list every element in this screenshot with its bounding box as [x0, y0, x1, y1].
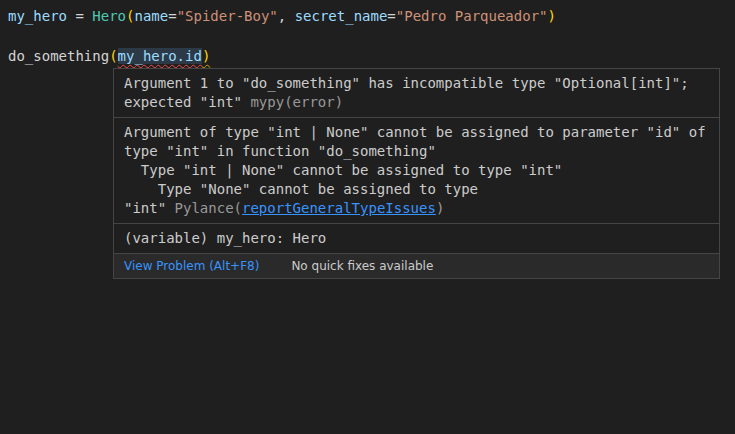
- tooltip-text-line: Type "int | None" cannot be assigned to …: [124, 161, 709, 180]
- pylance-rule-link[interactable]: reportGeneralTypeIssues: [242, 200, 436, 216]
- tooltip-text-line: expected "int" mypy(error): [124, 93, 709, 112]
- code-line[interactable]: my_hero = Hero(name="Spider-Boy", secret…: [8, 6, 556, 26]
- diagnostic-text: Argument 1 to "do_something" has incompa…: [124, 75, 689, 91]
- code-token[interactable]: Hero: [92, 8, 126, 24]
- code-token[interactable]: do_something: [8, 48, 109, 64]
- code-line[interactable]: do_something(my_hero.id): [8, 46, 556, 66]
- code-token[interactable]: =: [387, 8, 395, 24]
- tooltip-status-bar: View Problem (Alt+F8) No quick fixes ava…: [114, 254, 719, 278]
- code-token-warning-squiggle[interactable]: ): [202, 48, 210, 64]
- code-token[interactable]: secret_name: [295, 8, 388, 24]
- code-token[interactable]: "Pedro Parqueador": [396, 8, 548, 24]
- diagnostic-text: Type "None" cannot be assigned to type: [124, 181, 478, 197]
- diagnostic-text: "int": [124, 200, 175, 216]
- code-line[interactable]: [8, 26, 556, 46]
- tooltip-text-line: Type "None" cannot be assigned to type: [124, 180, 709, 199]
- code-token[interactable]: =: [67, 8, 92, 24]
- code-token[interactable]: (: [109, 48, 117, 64]
- diagnostic-source-label: Pylance(: [175, 200, 242, 216]
- tooltip-text-line: "int" Pylance(reportGeneralTypeIssues): [124, 199, 709, 218]
- code-token[interactable]: ,: [278, 8, 295, 24]
- diagnostic-source-label: ): [436, 200, 444, 216]
- view-problem-link[interactable]: View Problem (Alt+F8): [124, 259, 259, 273]
- diagnostic-text: Argument of type "int | None" cannot be …: [124, 124, 706, 140]
- tooltip-text-line: Argument of type "int | None" cannot be …: [124, 123, 709, 142]
- code-token[interactable]: my_hero: [8, 8, 67, 24]
- code-token-error-highlight[interactable]: my_hero.id: [118, 48, 202, 64]
- diagnostic-mypy: Argument 1 to "do_something" has incompa…: [114, 69, 719, 118]
- variable-info: (variable) my_hero: Hero: [114, 224, 719, 254]
- diagnostic-text: expected "int": [124, 94, 250, 110]
- code-token[interactable]: ): [548, 8, 556, 24]
- code-token[interactable]: name: [134, 8, 168, 24]
- diagnostic-text: Type "int | None" cannot be assigned to …: [124, 162, 562, 178]
- diagnostic-source-label: mypy(error): [250, 94, 343, 110]
- hover-tooltip: Argument 1 to "do_something" has incompa…: [113, 68, 720, 279]
- no-quick-fixes-label: No quick fixes available: [291, 259, 433, 273]
- code-token[interactable]: =: [168, 8, 176, 24]
- diagnostic-pylance: Argument of type "int | None" cannot be …: [114, 118, 719, 224]
- diagnostic-text: type "int" in function "do_something": [124, 143, 436, 159]
- tooltip-text-line: type "int" in function "do_something": [124, 142, 709, 161]
- code-token[interactable]: "Spider-Boy": [177, 8, 278, 24]
- tooltip-text-line: Argument 1 to "do_something" has incompa…: [124, 74, 709, 93]
- diagnostic-text: (variable) my_hero: Hero: [124, 230, 326, 246]
- tooltip-text-line: (variable) my_hero: Hero: [124, 229, 709, 248]
- code-editor[interactable]: my_hero = Hero(name="Spider-Boy", secret…: [8, 6, 556, 66]
